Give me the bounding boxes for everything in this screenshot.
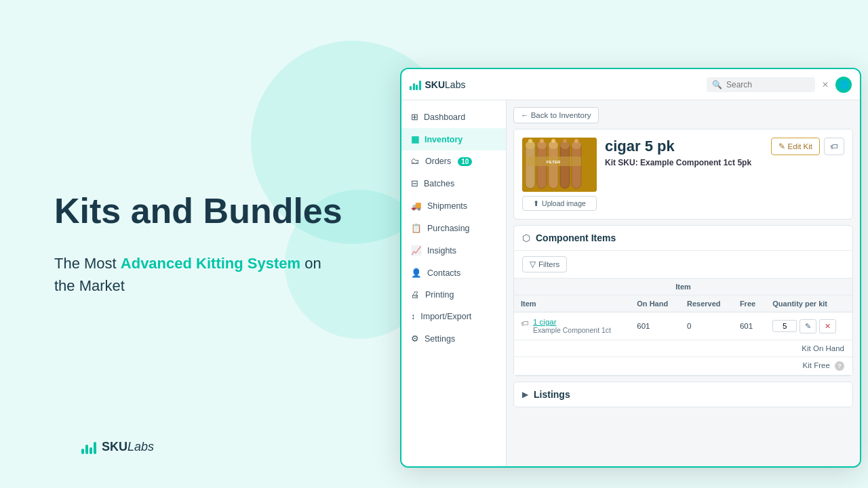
cigar-image-svg: FILTER [522, 138, 597, 192]
upload-image-button[interactable]: ⬆ Upload image [522, 196, 597, 211]
table-group-header-row: Item [514, 279, 852, 296]
printing-icon: 🖨 [411, 290, 420, 300]
upload-image-label: Upload image [542, 199, 586, 207]
svg-point-9 [551, 139, 555, 143]
sidebar-item-label: Purchasing [427, 224, 470, 233]
svg-point-6 [540, 139, 544, 143]
component-section: ⬡ Component Items ▽ Filters Item [513, 225, 853, 376]
tag-button[interactable]: 🏷 [824, 138, 844, 155]
sidebar-item-settings[interactable]: ⚙ Settings [401, 327, 506, 350]
svg-point-3 [528, 139, 532, 143]
kit-on-hand-label: Kit On Hand [802, 344, 844, 352]
topbar-logo-text: SKULabs [425, 79, 466, 90]
table-group-header: Item [514, 279, 852, 296]
search-icon: 🔍 [712, 80, 722, 89]
sidebar: ⊞ Dashboard ▦ Inventory 🗂 Orders 10 ⊟ Ba… [401, 100, 507, 466]
main-layout: ⊞ Dashboard ▦ Inventory 🗂 Orders 10 ⊟ Ba… [401, 100, 860, 466]
back-nav: ← Back to Inventory [513, 107, 853, 123]
inventory-icon: ▦ [411, 134, 419, 144]
sidebar-item-label: Printing [425, 290, 454, 300]
sidebar-item-label: Batches [424, 179, 454, 188]
tag-icon: 🏷 [830, 142, 838, 150]
search-input[interactable] [726, 80, 810, 89]
sidebar-item-insights[interactable]: 📈 Insights [401, 239, 506, 262]
section-header: ⬡ Component Items [514, 226, 852, 251]
subtext-prefix: The Most [54, 255, 121, 272]
table-cell-free: 601 [733, 312, 766, 340]
kit-free-row: Kit Free ? [514, 357, 852, 375]
col-on-hand: On Hand [630, 296, 680, 312]
sidebar-item-label: Inventory [425, 135, 462, 144]
pencil-icon: ✎ [778, 142, 785, 151]
topbar-logo-bars [410, 79, 421, 90]
subtext: The Most Advanced Kitting System onthe M… [54, 252, 380, 297]
section-title: Component Items [536, 232, 616, 243]
sidebar-item-label: Shipments [427, 201, 467, 211]
sidebar-item-label: Contacts [427, 268, 460, 278]
sidebar-item-purchasing[interactable]: 📋 Purchasing [401, 217, 506, 239]
search-bar[interactable]: 🔍 [707, 77, 815, 92]
sidebar-item-label: Orders [425, 157, 451, 166]
topbar: SKULabs 🔍 ✕ 🌐 [401, 69, 860, 100]
listings-header[interactable]: ▶ Listings [514, 382, 852, 407]
left-panel: Kits and Bundles The Most Advanced Kitti… [27, 0, 407, 488]
sidebar-item-shipments[interactable]: 🚚 Shipments [401, 195, 506, 217]
purchasing-icon: 📋 [411, 223, 422, 233]
top-actions: ✎ Edit Kit 🏷 [771, 138, 844, 155]
logo-bars-icon [81, 439, 96, 454]
logo-text: SKULabs [102, 440, 154, 454]
sidebar-item-label: Settings [425, 334, 455, 344]
back-to-inventory-button[interactable]: ← Back to Inventory [513, 107, 599, 123]
sidebar-item-printing[interactable]: 🖨 Printing [401, 284, 506, 306]
logo-labs: Labs [127, 440, 154, 453]
edit-kit-button[interactable]: ✎ Edit Kit [771, 138, 820, 155]
listings-title: Listings [534, 389, 570, 400]
clear-icon[interactable]: ✕ [822, 80, 829, 89]
sidebar-item-label: Import/Export [420, 312, 471, 321]
edit-kit-label: Edit Kit [788, 142, 812, 150]
col-free: Free [733, 296, 766, 312]
sidebar-item-dashboard[interactable]: ⊞ Dashboard [401, 106, 506, 128]
sidebar-item-contacts[interactable]: 👤 Contacts [401, 262, 506, 284]
kit-free-label: Kit Free [803, 361, 830, 369]
filters-button[interactable]: ▽ Filters [522, 256, 567, 272]
qty-per-kit-input[interactable] [772, 320, 797, 332]
import-icon: ↕ [411, 312, 415, 321]
sidebar-item-label: Dashboard [424, 113, 465, 122]
app-window: SKULabs 🔍 ✕ 🌐 ⊞ Dashboard ▦ Inventory 🗂 … [400, 68, 861, 468]
chevron-right-icon: ▶ [522, 390, 528, 399]
topbar-labs: Labs [445, 79, 465, 90]
item-link[interactable]: 1 cigar [533, 318, 611, 326]
product-image-box: FILTER ⬆ Upload image [522, 138, 597, 211]
delete-row-button[interactable]: ✕ [819, 319, 836, 333]
kit-on-hand-cell: Kit On Hand [514, 340, 852, 357]
edit-row-button[interactable]: ✎ [800, 319, 816, 333]
globe-icon[interactable]: 🌐 [835, 77, 852, 93]
component-icon: ⬡ [522, 232, 530, 243]
bottom-logo: SKULabs [81, 439, 154, 454]
kit-free-cell: Kit Free ? [514, 357, 852, 375]
insights-icon: 📈 [411, 245, 422, 256]
upload-icon: ⬆ [533, 199, 539, 207]
sidebar-item-inventory[interactable]: ▦ Inventory [401, 128, 506, 150]
batches-icon: ⊟ [411, 178, 418, 188]
contacts-icon: 👤 [411, 268, 422, 278]
settings-icon: ⚙ [411, 333, 419, 344]
listings-section: ▶ Listings [513, 382, 853, 407]
col-qty-per-kit: Quantity per kit [766, 296, 852, 312]
filters-label: Filters [538, 260, 559, 268]
product-header: FILTER ⬆ Upload image cigar 5 pk Kit SKU… [513, 129, 853, 220]
logo-sku: SKU [102, 440, 127, 453]
sidebar-item-import-export[interactable]: ↕ Import/Export [401, 306, 506, 327]
sidebar-item-orders[interactable]: 🗂 Orders 10 [401, 150, 506, 172]
topbar-sku: SKU [425, 79, 446, 90]
orders-badge: 10 [458, 157, 472, 166]
product-image: FILTER [522, 138, 597, 192]
sidebar-item-batches[interactable]: ⊟ Batches [401, 172, 506, 195]
orders-icon: 🗂 [411, 157, 420, 166]
dashboard-icon: ⊞ [411, 112, 418, 122]
item-sub: Example Component 1ct [533, 326, 611, 334]
table-cell-on-hand: 601 [630, 312, 680, 340]
product-sku: Kit SKU: Example Component 1ct 5pk [605, 158, 844, 167]
kit-free-help-icon[interactable]: ? [835, 361, 844, 371]
